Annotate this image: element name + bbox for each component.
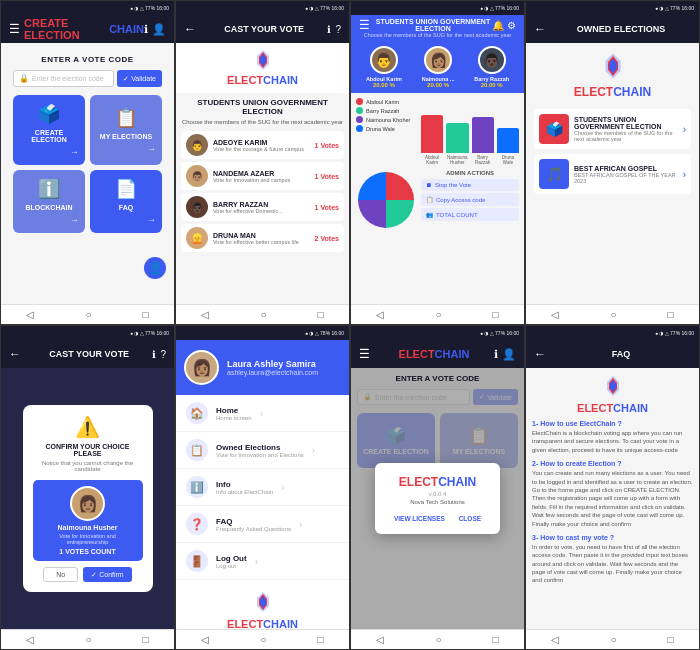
back-btn-4[interactable]: ← [534, 22, 546, 36]
menu-item-faq[interactable]: ❓ FAQ Frequently Asked Questions › [176, 506, 349, 543]
my-elections-card[interactable]: 📋 MY ELECTIONS → [90, 95, 162, 165]
faq-card[interactable]: 📄 FAQ → [90, 170, 162, 233]
back-btn-5[interactable]: ← [9, 347, 21, 361]
pie-slice-2 [358, 200, 386, 228]
candidate-row-2[interactable]: 👨🏿 BARRY RAZZAN Vote for effective Domes… [181, 193, 344, 221]
bell-icon-3[interactable]: 🔔 [492, 20, 504, 31]
candidate-row-3[interactable]: 👱 DRUNA MAN Vote for effective better ca… [181, 224, 344, 252]
info-icon-2[interactable]: ℹ [327, 24, 331, 35]
nav-back-6[interactable]: ◁ [201, 634, 209, 645]
logo-area-4: ELECT CHAIN [534, 51, 691, 99]
back-btn-2[interactable]: ← [184, 22, 196, 36]
top-photo-0: 👨 [370, 46, 398, 74]
blockchain-arrow: → [70, 215, 79, 225]
nav-back-1[interactable]: ◁ [26, 309, 34, 320]
nav-back-7[interactable]: ◁ [376, 634, 384, 645]
create-election-card[interactable]: 🗳️ CREATE ELECTION → [13, 95, 85, 165]
bar-labels-3: Abdoul Karim Naimouna Husher Barry Razza… [421, 155, 519, 165]
user-icon-1[interactable]: 👤 [152, 23, 166, 36]
view-licenses-btn[interactable]: VIEW LICENSES [394, 515, 445, 522]
header-3: ☰ STUDENTS UNION GOVERNMENT ELECTION 🔔 ⚙… [351, 15, 524, 41]
menu-arrow-elections: › [312, 445, 315, 456]
candidate-row-0[interactable]: 👨 ADEOYE KARIM Vote for the courage & fu… [181, 131, 344, 159]
header-4: ← OWNED ELECTIONS [526, 15, 699, 43]
menu-label-faq: FAQ [216, 517, 291, 526]
blockchain-card[interactable]: ℹ️ BLOCKCHAIN → [13, 170, 85, 233]
admin-btn-2[interactable]: 👥 TOTAL COUNT [421, 208, 519, 221]
nav-home-3[interactable]: ○ [435, 309, 441, 320]
menu-icon-3[interactable]: ☰ [359, 18, 370, 32]
legend-item-2: Naimouna Khoher [356, 116, 416, 123]
nav-back-5[interactable]: ◁ [26, 634, 34, 645]
menu-item-home[interactable]: 🏠 Home Home screen › [176, 395, 349, 432]
validate-btn-1[interactable]: ✓ Validate [117, 70, 162, 87]
fab-user-btn[interactable]: 👤 [144, 257, 166, 279]
candidate-row-1[interactable]: 👨🏽 NANDEMA AZAER Vote for Innovation and… [181, 162, 344, 190]
profile-header-6: 👩🏽 Laura Ashley Samira ashley.laura@elec… [176, 340, 349, 395]
election-card-1[interactable]: 🎵 BEST AFRICAN GOSPEL BEST AFRICAN GOSPE… [534, 154, 691, 194]
faq-section-2: 3- How to cast my vote ? In order to vot… [532, 534, 693, 585]
menu-footer-6: ELECT CHAIN Developed by Harrison Octobe… [176, 580, 349, 629]
status-text-8: ● ◑ △ 77% 16:00 [655, 330, 694, 336]
dialog-version-7: v.0.0.4 [387, 491, 488, 497]
info-icon-1[interactable]: ℹ [144, 23, 148, 36]
user-icon-7[interactable]: 👤 [502, 348, 516, 361]
input-placeholder-1: Enter the election code [32, 75, 104, 82]
menu-label-logout: Log Out [216, 554, 247, 563]
top-photo-1: 👩🏽 [424, 46, 452, 74]
help-icon-5[interactable]: ? [160, 349, 166, 360]
close-dialog-btn[interactable]: CLOSE [459, 515, 481, 522]
menu-item-logout[interactable]: 🚪 Log Out Log out › [176, 543, 349, 580]
nav-home-1[interactable]: ○ [85, 309, 91, 320]
lock-icon-1: 🔒 [19, 74, 29, 83]
nav-recent-2[interactable]: □ [317, 309, 323, 320]
admin-btn-label-2: TOTAL COUNT [436, 212, 478, 218]
phone-screen-6: ● ◑ △ 78% 16:00 👩🏽 Laura Ashley Samira a… [175, 325, 350, 650]
nav-back-3[interactable]: ◁ [376, 309, 384, 320]
admin-btn-1[interactable]: 📋 Copy Access code [421, 193, 519, 206]
nav-back-8[interactable]: ◁ [551, 634, 559, 645]
menu-icon-1[interactable]: ☰ [9, 22, 20, 36]
status-bar-3: ● ◑ △ 77% 16:00 [351, 1, 524, 15]
modal-no-btn-5[interactable]: No [43, 567, 78, 582]
nav-back-2[interactable]: ◁ [201, 309, 209, 320]
election-card-arrow-0: › [683, 124, 686, 135]
nav-home-2[interactable]: ○ [260, 309, 266, 320]
menu-item-elections[interactable]: 📋 Owned Elections Vote for Innovation an… [176, 432, 349, 469]
menu-item-info[interactable]: ℹ️ Info Info about ElectChain › [176, 469, 349, 506]
modal-yes-btn-5[interactable]: ✓ Confirm [83, 567, 131, 582]
info-icon-7[interactable]: ℹ [494, 348, 498, 361]
nav-home-7[interactable]: ○ [435, 634, 441, 645]
nav-back-4[interactable]: ◁ [551, 309, 559, 320]
admin-btn-0[interactable]: ⏹ Stop the Vote [421, 179, 519, 191]
feature-desc-5: Vote for Innovation and entrepreneurship [39, 533, 137, 545]
modal-desc-5: Notice that you cannot change the candid… [33, 460, 143, 472]
help-icon-2[interactable]: ? [335, 24, 341, 35]
back-btn-8[interactable]: ← [534, 347, 546, 361]
logo-svg-4 [598, 51, 628, 81]
settings-icon-3[interactable]: ⚙ [507, 20, 516, 31]
legend-label-0: Abdoul Karim [366, 99, 399, 105]
nav-recent-5[interactable]: □ [142, 634, 148, 645]
nav-home-6[interactable]: ○ [260, 634, 266, 645]
nav-recent-6[interactable]: □ [317, 634, 323, 645]
vote-code-input-1[interactable]: 🔒 Enter the election code [13, 70, 114, 87]
nav-home-4[interactable]: ○ [610, 309, 616, 320]
profile-info-6: Laura Ashley Samira ashley.laura@electch… [227, 359, 318, 376]
menu-icon-7[interactable]: ☰ [359, 347, 370, 361]
nav-recent-1[interactable]: □ [142, 309, 148, 320]
status-bar-2: ● ◑ △ 77% 16:00 [176, 1, 349, 15]
phone-screen-3: ● ◑ △ 77% 16:00 ☰ STUDENTS UNION GOVERNM… [350, 0, 525, 325]
info-icon-5[interactable]: ℹ [152, 349, 156, 360]
pie-slice-1 [386, 200, 414, 228]
bar-3 [497, 128, 519, 153]
nav-recent-7[interactable]: □ [492, 634, 498, 645]
nav-home-8[interactable]: ○ [610, 634, 616, 645]
nav-home-5[interactable]: ○ [85, 634, 91, 645]
nav-recent-4[interactable]: □ [667, 309, 673, 320]
nav-recent-8[interactable]: □ [667, 634, 673, 645]
election-card-0[interactable]: 🗳️ STUDENTS UNION GOVERNMENT ELECTION Ch… [534, 109, 691, 149]
nav-recent-3[interactable]: □ [492, 309, 498, 320]
menu-arrow-info: › [281, 482, 284, 493]
copy-icon: 📋 [426, 196, 433, 203]
